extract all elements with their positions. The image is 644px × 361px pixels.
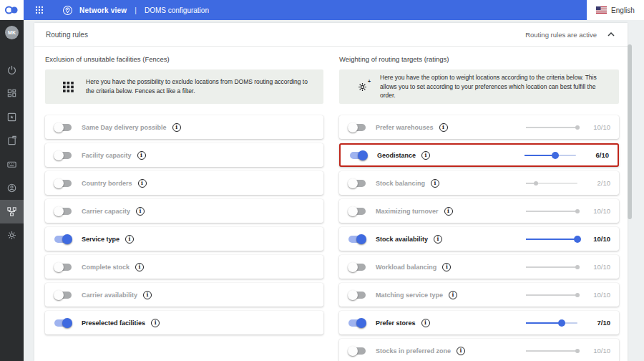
info-icon[interactable]: i [431, 179, 439, 188]
slider-fill [526, 294, 577, 296]
info-icon[interactable]: i [143, 291, 152, 299]
fence-row: Carrier availability i [45, 283, 323, 307]
us-flag-icon [596, 6, 607, 14]
toggle-switch[interactable] [348, 178, 366, 188]
toggle-switch[interactable] [54, 150, 72, 160]
row-label: Workload balancing [376, 264, 436, 271]
slider-thumb[interactable] [534, 181, 538, 186]
sidebar-item-settings[interactable] [0, 223, 24, 247]
info-icon[interactable]: i [449, 291, 457, 299]
info-icon[interactable]: i [138, 179, 147, 188]
toggle-switch[interactable] [54, 122, 72, 133]
toggle-knob [54, 262, 64, 272]
ratings-description-box: + Here you have the option to weight loc… [339, 69, 619, 104]
slider-fill [526, 239, 577, 240]
slider-thumb[interactable] [575, 293, 580, 297]
info-icon[interactable]: i [151, 319, 160, 327]
collapse-button[interactable] [608, 32, 615, 37]
toggle-switch[interactable] [54, 290, 72, 300]
info-icon[interactable]: i [442, 263, 451, 271]
toggle-switch[interactable] [348, 122, 366, 133]
slider-thumb[interactable] [558, 319, 565, 327]
rating-row: Stocks in preferred zone i 10/10 [339, 339, 619, 361]
weight-slider[interactable] [526, 235, 577, 244]
toggle-switch[interactable] [54, 178, 72, 188]
slider-value: 2/10 [585, 179, 610, 187]
slider-thumb[interactable] [552, 152, 559, 159]
toggle-switch[interactable] [348, 234, 366, 244]
weight-slider[interactable] [526, 347, 577, 355]
slider-thumb[interactable] [575, 125, 580, 130]
vertical-scrollbar[interactable] [628, 44, 632, 219]
slider-fill [526, 127, 577, 128]
toggle-switch[interactable] [54, 318, 72, 328]
toggle-switch[interactable] [54, 234, 72, 244]
fence-row: Preselected facilities i [45, 311, 323, 334]
title-separator: | [135, 6, 137, 14]
toggle-switch[interactable] [348, 290, 366, 300]
weight-slider[interactable] [526, 207, 577, 216]
info-icon[interactable]: i [444, 207, 453, 216]
info-icon[interactable]: i [434, 235, 442, 244]
info-icon[interactable]: i [457, 347, 465, 355]
info-icon[interactable]: i [135, 263, 144, 271]
fences-description: Here you have the possibility to exclude… [86, 77, 313, 96]
user-avatar[interactable]: MK [5, 26, 19, 39]
fence-row: Carrier capacity i [45, 199, 323, 223]
toggle-switch[interactable] [54, 206, 72, 216]
weight-slider[interactable] [526, 291, 577, 299]
info-icon[interactable]: i [421, 319, 430, 327]
sidebar-item-media[interactable] [0, 105, 24, 129]
sidebar-item-keyboard[interactable] [0, 153, 24, 176]
row-label: Matching service type [376, 292, 443, 299]
toggle-switch[interactable] [349, 150, 368, 160]
slider-fill [526, 266, 577, 268]
info-icon[interactable]: i [439, 123, 448, 132]
apps-grid-button[interactable] [32, 3, 47, 17]
slider-thumb[interactable] [574, 236, 581, 243]
fences-list: Same Day delivery possible i Facility ca… [45, 115, 323, 334]
apps-grid-icon [35, 6, 44, 14]
app-logo[interactable] [0, 0, 24, 20]
fence-row: Complete stock i [45, 255, 323, 279]
slider-thumb[interactable] [575, 209, 580, 213]
language-selector[interactable]: English [587, 0, 644, 20]
toggle-knob [54, 178, 64, 188]
sidebar-item-power[interactable] [0, 58, 24, 82]
info-icon[interactable]: i [125, 235, 134, 244]
info-icon[interactable]: i [136, 207, 145, 216]
slider-thumb[interactable] [575, 349, 580, 353]
status-area: Routing rules are active [525, 31, 615, 39]
info-icon[interactable]: i [421, 151, 430, 160]
weight-slider[interactable] [526, 263, 577, 271]
gear-plus-icon: + [355, 82, 369, 92]
info-icon[interactable]: i [172, 123, 181, 132]
rating-row: Geodistance i 6/10 [339, 143, 619, 167]
info-icon[interactable]: i [137, 151, 146, 160]
slider-thumb[interactable] [575, 265, 580, 269]
chevron-up-icon [608, 32, 615, 37]
network-icon [6, 206, 17, 217]
sidebar-item-network[interactable] [0, 200, 24, 223]
toggle-switch[interactable] [54, 262, 72, 272]
slider-value: 7/10 [585, 319, 610, 327]
weight-slider[interactable] [525, 151, 576, 160]
row-label: Country borders [82, 180, 132, 187]
toggle-switch[interactable] [348, 318, 366, 328]
toggle-knob [54, 290, 64, 300]
keyboard-icon [6, 159, 17, 170]
sidebar-item-account[interactable] [0, 176, 24, 200]
toggle-switch[interactable] [348, 346, 366, 356]
sidebar-item-tasks[interactable] [0, 129, 24, 153]
row-label: Maximizing turnover [376, 208, 439, 215]
slider-fill [526, 350, 577, 352]
row-label: Preselected facilities [82, 319, 145, 327]
slider-value: 10/10 [585, 263, 610, 271]
toggle-switch[interactable] [348, 262, 366, 272]
slider-value: 10/10 [585, 207, 610, 215]
weight-slider[interactable] [526, 179, 577, 188]
toggle-switch[interactable] [348, 206, 366, 216]
weight-slider[interactable] [526, 123, 577, 132]
weight-slider[interactable] [526, 319, 577, 327]
sidebar-item-dashboard[interactable] [0, 82, 24, 105]
